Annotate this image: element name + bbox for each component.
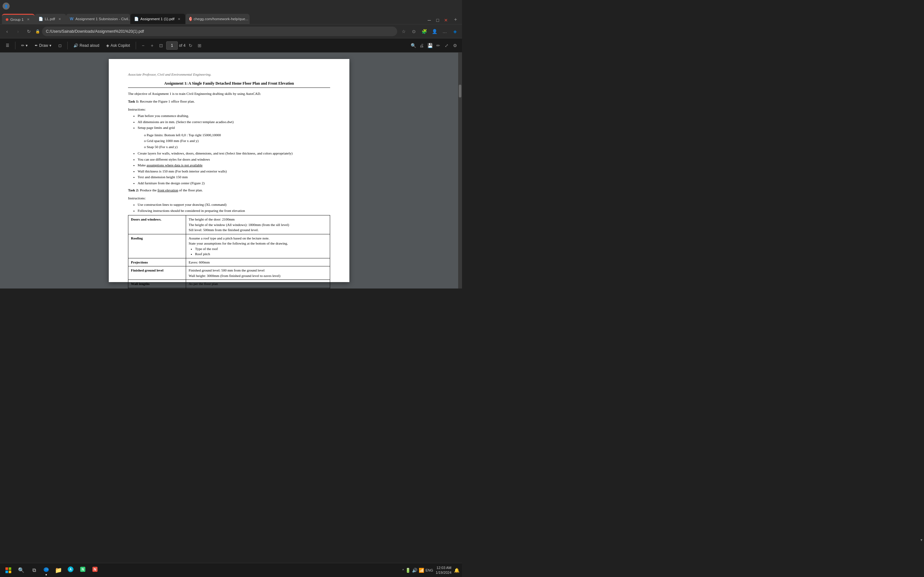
task1-bullet-2: All dimensions are in mm. (Select the co… (137, 119, 330, 125)
profile-button[interactable]: 👤 (430, 27, 439, 36)
task2-bullet-1: Use construction lines to support your d… (137, 202, 330, 207)
table-row-doors: Doors and windows. The height of the doo… (128, 215, 330, 234)
tab-llpdf[interactable]: 📄 LL.pdf ✕ (35, 14, 66, 24)
rotate-button[interactable]: ↻ (187, 42, 194, 49)
pdf-menu-button[interactable]: ☰ (3, 41, 12, 50)
tab-favicon-ll: 📄 (39, 17, 43, 21)
task1-bullet-8: Text and dimension height 150 mm (137, 174, 330, 180)
table-cell-doors-label: Doors and windows. (128, 215, 186, 234)
roof-pitch-item: Roof pitch (195, 251, 327, 257)
scrollbar[interactable]: ▼ (458, 53, 462, 288)
tab-favicon-chegg: C (189, 17, 192, 21)
roof-type-item: Type of the roof (195, 246, 327, 251)
address-input[interactable] (42, 27, 397, 36)
pdf-viewer[interactable]: Associate Professor, Civil and Environme… (0, 53, 458, 288)
instructions2-label: Instructions: (128, 195, 330, 201)
document-title: Assignment 1: A Single Family Detached H… (128, 81, 330, 88)
extensions-button[interactable]: 🧩 (420, 27, 429, 36)
page-number-input[interactable] (166, 41, 178, 50)
tab-label-ll: LL.pdf (45, 17, 55, 21)
lock-icon: 🔒 (35, 29, 40, 34)
profile-avatar[interactable]: 👤 (3, 3, 10, 10)
table-row-wall-lengths: Wall lengths As per the floor plan (128, 280, 330, 288)
zoom-in-button[interactable]: + (148, 42, 156, 49)
close-button[interactable]: ✕ (442, 16, 450, 24)
task1-sub-1: Page limits: Bottom left 0,0 : Top right… (144, 132, 330, 138)
draw-icon: ✒ (35, 43, 38, 48)
more-button[interactable]: … (440, 27, 449, 36)
tab-label-chegg: chegg.com/homework-help/que... (194, 17, 248, 21)
task2-heading: Task 2: Produce the front elevation of t… (128, 187, 330, 193)
highlight-icon: ✏ (21, 43, 24, 48)
highlight-tool-button[interactable]: ✏ ▾ (19, 41, 30, 50)
toolbar-separator-3 (136, 42, 136, 49)
new-tab-button[interactable]: + (451, 15, 460, 24)
table-cell-roofing-value: Assume a roof type and a pitch based on … (186, 234, 330, 258)
table-cell-projections-value: Eaves: 600mm (186, 258, 330, 266)
tab-chegg[interactable]: C chegg.com/homework-help/que... ✕ (186, 14, 250, 24)
minimize-button[interactable]: ─ (425, 16, 433, 24)
draw-label: Draw (39, 43, 48, 48)
view-mode-button[interactable]: ⊞ (196, 42, 204, 49)
task1-sub-2: Grid spacing 1000 mm (For x and y) (144, 138, 330, 143)
task1-bullet-4: Create layers for walls, windows, doors,… (137, 151, 330, 156)
toolbar-separator-1 (15, 42, 15, 49)
table-cell-doors-value: The height of the door: 2100mm The heigh… (186, 215, 330, 234)
table-cell-exterior-value: As per the floor plan. Steps: Two steps … (186, 288, 330, 288)
address-bar: ‹ › ↻ 🔒 ☆ ⊙ 🧩 👤 … ◈ (0, 24, 462, 39)
group-indicator (6, 18, 8, 21)
table-row-projections: Projections Eaves: 600mm (128, 258, 330, 266)
fit-page-button[interactable]: ⊡ (157, 42, 165, 49)
scrollbar-thumb[interactable] (459, 85, 461, 97)
ask-copilot-label: Ask Copilot (110, 43, 130, 48)
copilot-button[interactable]: ◈ (451, 27, 459, 36)
task2-label: Task 2: (128, 188, 139, 192)
tab-assignment-submission[interactable]: W Assignment 1 Submission - Civil... ✕ (66, 14, 130, 24)
task1-bullet-5: You can use different styles for doors a… (137, 157, 330, 162)
page-header-faded: Associate Professor, Civil and Environme… (128, 72, 330, 77)
maximize-button[interactable]: □ (434, 16, 441, 24)
toolbar-separator-2 (67, 42, 68, 49)
expand-button[interactable]: ⤢ (443, 42, 451, 49)
table-row-exterior-features: Exterior features such as decks, porches… (128, 288, 330, 288)
instructions1-label: Instructions: (128, 107, 330, 112)
tab-label: Group 1 (10, 18, 24, 21)
search-button[interactable]: 🔍 (409, 42, 417, 49)
read-aloud-button[interactable]: 🔊 Read aloud (71, 41, 102, 50)
tab-assignment-pdf[interactable]: 📄 Assignment 1 (1).pdf ✕ (130, 14, 186, 24)
title-bar: 👤 (0, 0, 462, 12)
pdf-toolbar: ☰ ✏ ▾ ✒ Draw ▾ ◻ 🔊 Read aloud ◈ Ask Copi… (0, 39, 462, 53)
task1-bullet-6: Make assumptions where data is not avail… (137, 163, 330, 168)
tab-close-group1[interactable]: ✕ (26, 17, 31, 22)
tab-group1[interactable]: Group 1 ✕ (2, 14, 35, 24)
task1-bullet-3: Setup page limits and grid (137, 125, 330, 131)
save-button[interactable]: 💾 (426, 42, 434, 49)
collections-button[interactable]: ⊙ (409, 27, 418, 36)
tab-label-sub: Assignment 1 Submission - Civil... (75, 17, 130, 21)
ask-copilot-button[interactable]: ◈ Ask Copilot (103, 41, 132, 50)
favorites-button[interactable]: ☆ (399, 27, 408, 36)
back-button[interactable]: ‹ (3, 27, 11, 36)
draw-tool-button[interactable]: ✒ Draw ▾ (32, 41, 54, 50)
task1-subbullet-list: Page limits: Bottom left 0,0 : Top right… (144, 132, 330, 150)
page-count: of 4 (179, 43, 186, 48)
tab-label-pdf: Assignment 1 (1).pdf (141, 17, 174, 21)
table-cell-ground-label: Finished ground level (128, 266, 186, 280)
underline-assumptions: assumptions where data is not available (147, 163, 202, 167)
table-cell-exterior-label: Exterior features such as decks, porches… (128, 288, 186, 288)
copilot-icon: ◈ (106, 43, 109, 48)
task1-bullet-1: Plan before you commence drafting. (137, 113, 330, 119)
refresh-button[interactable]: ↻ (24, 27, 33, 36)
task1-heading: Task 1: Recreate the Figure 1 office flo… (128, 99, 330, 104)
zoom-out-button[interactable]: − (139, 42, 147, 49)
forward-button[interactable]: › (13, 27, 23, 36)
erase-tool-button[interactable]: ◻ (56, 41, 64, 50)
tab-close-ll[interactable]: ✕ (57, 16, 62, 21)
erase-icon: ◻ (58, 43, 61, 48)
task1-bullet-9: Add furniture from the design center (Fi… (137, 181, 330, 186)
settings-button[interactable]: ⚙ (451, 42, 459, 49)
print-button[interactable]: 🖨 (418, 42, 425, 49)
annotate-button[interactable]: ✏ (435, 42, 442, 49)
task1-bullet-list2: Create layers for walls, windows, doors,… (137, 151, 330, 185)
tab-close-pdf[interactable]: ✕ (176, 16, 182, 21)
